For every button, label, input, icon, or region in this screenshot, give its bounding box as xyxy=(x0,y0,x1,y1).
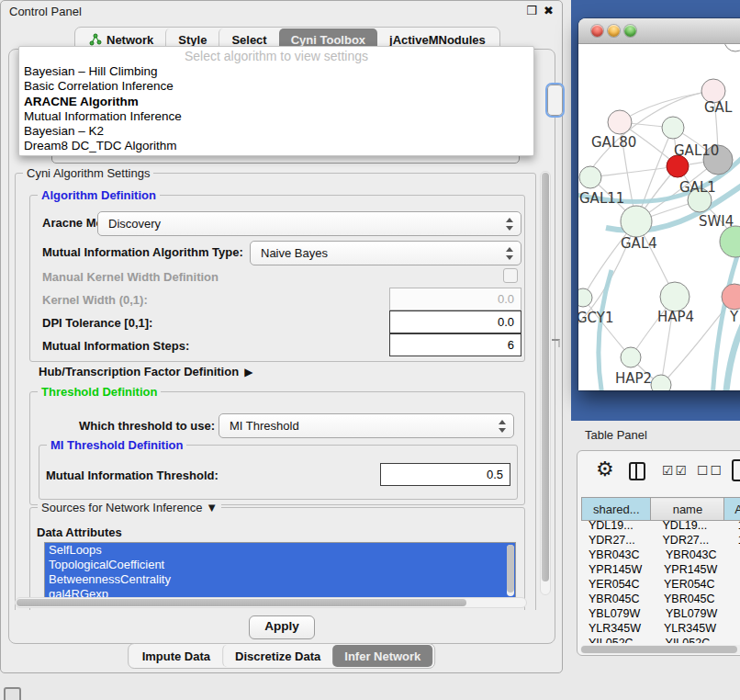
algorithm-option[interactable]: Dream8 DC_TDC Algorithm xyxy=(19,139,533,153)
zoom-window-button[interactable] xyxy=(624,25,636,37)
network-canvas[interactable]: GALGAL80GAL10GAL11GAL1SWI4GAL4GCY1HAP4YH… xyxy=(578,44,740,390)
network-node[interactable] xyxy=(578,288,592,307)
sources-legend[interactable]: Sources for Network Inference ▼ xyxy=(38,501,221,514)
table-row[interactable]: YDR27...YDR27...12 xyxy=(581,533,740,548)
select-all-checks-icon[interactable]: ☑☑ xyxy=(662,463,689,478)
table-cell[interactable]: YBR043C xyxy=(656,548,739,562)
table-cell[interactable]: 8. xyxy=(735,577,740,592)
kernel-width-field[interactable]: 0.0 xyxy=(389,288,521,310)
tab-discretize-data[interactable]: Discretize Data xyxy=(222,645,332,667)
obscured-combo-button[interactable] xyxy=(545,83,565,118)
table-column-header[interactable]: name xyxy=(651,498,724,521)
close-window-button[interactable] xyxy=(591,25,603,37)
table-cell[interactable]: YBL079W xyxy=(656,606,739,621)
settings-vertical-scrollbar[interactable] xyxy=(540,171,551,595)
algorithm-option[interactable]: Mutual Information Inference xyxy=(19,109,533,124)
table-cell[interactable]: YDR27... xyxy=(654,533,733,548)
network-node[interactable] xyxy=(720,226,740,257)
manual-kernel-checkbox[interactable] xyxy=(503,268,518,283)
data-attributes-list: SelfLoopsTopologicalCoefficientBetweenne… xyxy=(44,542,516,603)
network-node[interactable] xyxy=(579,166,601,188)
table-row[interactable]: YER054CYER054C8. xyxy=(581,577,740,592)
network-edge-thick[interactable] xyxy=(725,316,740,390)
network-edge[interactable] xyxy=(590,166,678,177)
data-attribute-item[interactable]: BetweennessCentrality xyxy=(45,572,515,587)
scrollbar-thumb[interactable] xyxy=(17,599,466,606)
table-cell[interactable]: YBR045C xyxy=(655,592,735,606)
network-node[interactable] xyxy=(724,44,740,51)
network-node[interactable] xyxy=(621,347,641,367)
data-attribute-item[interactable]: TopologicalCoefficient xyxy=(45,558,515,572)
table-cell[interactable]: 12 xyxy=(733,533,740,548)
float-panel-icon[interactable]: ❒ xyxy=(526,4,537,17)
mi-threshold-field[interactable]: 0.5 xyxy=(380,463,510,486)
table-cell[interactable]: YER054C xyxy=(581,577,655,592)
tab-infer-network[interactable]: Infer Network xyxy=(332,645,432,667)
table-cell[interactable]: YDR27... xyxy=(581,533,654,548)
network-node[interactable] xyxy=(621,206,652,237)
table-cell[interactable]: YPR145W xyxy=(581,562,655,577)
table-row[interactable]: YBR045CYBR045C9. xyxy=(581,592,740,606)
mi-steps-field[interactable]: 6 xyxy=(389,333,521,356)
table-cell[interactable]: YBL079W xyxy=(581,606,656,621)
table-column-header[interactable]: shared... xyxy=(582,498,651,521)
table-row[interactable]: YIL052CYIL052C9 xyxy=(581,636,740,643)
table-cell[interactable]: YDL19... xyxy=(654,518,733,533)
table-horizontal-scrollbar[interactable] xyxy=(580,645,740,654)
hub-definition-toggle[interactable]: Hub/Transcription Factor Definition▶ xyxy=(39,365,252,378)
gear-icon[interactable]: ⚙ xyxy=(596,457,614,481)
which-threshold-combo[interactable]: MI Threshold xyxy=(219,413,514,438)
close-panel-icon[interactable]: ✖ xyxy=(544,4,554,17)
list-scrollbar[interactable] xyxy=(507,545,514,596)
network-edge[interactable] xyxy=(620,91,713,122)
table-row[interactable]: YBR043CYBR043C xyxy=(581,548,740,562)
minimized-panel-icon[interactable] xyxy=(4,687,21,700)
table-cell[interactable]: YBR043C xyxy=(581,548,656,562)
algorithm-option[interactable]: Basic Correlation Inference xyxy=(19,79,533,94)
dpi-tolerance-field[interactable]: 0.0 xyxy=(389,310,521,333)
panel-divider-grip[interactable] xyxy=(552,339,560,347)
algorithm-option[interactable]: ARACNE Algorithm xyxy=(19,95,533,109)
data-attribute-item[interactable]: SelfLoops xyxy=(45,543,515,558)
table-cell[interactable]: 9. xyxy=(735,592,740,606)
algorithm-option[interactable]: Bayesian – K2 xyxy=(19,124,533,139)
scrollbar-thumb[interactable] xyxy=(581,646,737,653)
control-panel-window: Control Panel ❒ ✖ Network Style Select C… xyxy=(0,0,563,673)
table-cell[interactable]: YDL19... xyxy=(581,518,654,533)
network-node[interactable] xyxy=(651,375,671,390)
algorithm-option[interactable]: Bayesian – Hill Climbing xyxy=(19,64,533,79)
table-cell[interactable]: 13 xyxy=(733,518,740,533)
network-node[interactable] xyxy=(662,117,684,139)
mi-algorithm-type-combo[interactable]: Naive Bayes xyxy=(250,241,521,265)
minimize-window-button[interactable] xyxy=(608,25,620,37)
table-cell[interactable]: 9. xyxy=(735,621,740,636)
table-row[interactable]: YPR145WYPR145W9. xyxy=(581,562,740,577)
apply-button[interactable]: Apply xyxy=(249,615,315,639)
network-edge[interactable] xyxy=(583,298,631,357)
table-row[interactable]: YDL19...YDL19...13 xyxy=(581,518,740,533)
scrollbar-thumb[interactable] xyxy=(542,173,549,581)
settings-scroll-viewport: Cyni Algorithm Settings Algorithm Defini… xyxy=(13,169,553,610)
table-cell[interactable]: YIL052C xyxy=(656,636,739,643)
network-node[interactable] xyxy=(660,282,690,311)
table-cell[interactable]: 9. xyxy=(735,562,740,577)
table-row[interactable]: YBL079WYBL079W xyxy=(581,606,740,621)
table-cell[interactable]: YLR345W xyxy=(655,621,735,636)
table-cell[interactable]: YPR145W xyxy=(655,562,735,577)
aracne-mode-combo[interactable]: Discovery xyxy=(97,211,521,236)
network-edge-thick[interactable] xyxy=(599,270,611,390)
table-cell[interactable]: YIL052C xyxy=(581,636,656,643)
columns-icon[interactable] xyxy=(629,462,645,480)
table-cell[interactable]: YBR045C xyxy=(581,592,655,606)
export-table-icon[interactable] xyxy=(732,459,740,481)
tab-impute-data[interactable]: Impute Data xyxy=(130,645,222,667)
table-row[interactable]: YLR345WYLR345W9. xyxy=(581,621,740,636)
deselect-all-checks-icon[interactable]: ☐☐ xyxy=(697,463,723,478)
table-column-header[interactable]: A xyxy=(724,498,740,521)
group-legend: Cyni Algorithm Settings xyxy=(23,169,153,180)
settings-horizontal-scrollbar[interactable] xyxy=(15,597,527,608)
table-cell[interactable]: YER054C xyxy=(655,577,735,592)
network-node[interactable] xyxy=(608,110,632,134)
network-window-titlebar[interactable] xyxy=(578,18,740,44)
table-cell[interactable]: YLR345W xyxy=(581,621,655,636)
